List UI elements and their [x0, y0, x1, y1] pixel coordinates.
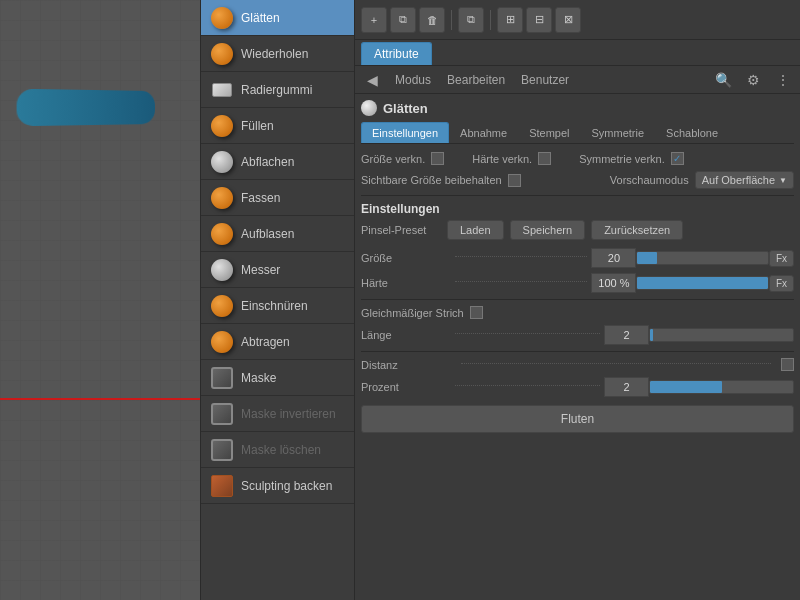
- tool-icon-abflachen: [209, 149, 235, 175]
- tool-icon-maske-invertieren: [209, 401, 235, 427]
- section-icon: [361, 100, 377, 116]
- checkboxes-row2: Sichtbare Größe beibehalten Vorschaumodu…: [361, 171, 794, 189]
- add-button[interactable]: +: [361, 7, 387, 33]
- 3d-object: [17, 89, 155, 126]
- tool-icon-maske: [209, 365, 235, 391]
- nav-benutzer[interactable]: Benutzer: [517, 71, 573, 89]
- tool-item-fuellen[interactable]: Füllen: [201, 108, 354, 144]
- haerte-slider-container: [636, 276, 768, 290]
- tool-item-einschnueren[interactable]: Einschnüren: [201, 288, 354, 324]
- groesse-label: Größe: [361, 252, 451, 264]
- groesse-input[interactable]: [591, 248, 636, 268]
- prozent-fill: [650, 381, 722, 393]
- duplicate-button[interactable]: ⧉: [390, 7, 416, 33]
- tool-label-fuellen: Füllen: [241, 119, 274, 133]
- tool-item-fassen[interactable]: Fassen: [201, 180, 354, 216]
- nav-bearbeiten[interactable]: Bearbeiten: [443, 71, 509, 89]
- einstellungen-label: Einstellungen: [361, 202, 794, 216]
- secondary-nav: ◀ Modus Bearbeiten Benutzer 🔍 ⚙ ⋮: [355, 66, 800, 94]
- divider1: [361, 195, 794, 196]
- sichtbare-label: Sichtbare Größe beibehalten: [361, 174, 502, 186]
- sub-tab-einstellungen[interactable]: Einstellungen: [361, 122, 449, 143]
- toolbar-separator2: [490, 10, 491, 30]
- haerte-row: Härte Fx: [361, 273, 794, 293]
- link-button[interactable]: ⧉: [458, 7, 484, 33]
- tool-label-radiergummi: Radiergummi: [241, 83, 312, 97]
- grid2-button[interactable]: ⊟: [526, 7, 552, 33]
- groesse-dotline: [455, 256, 587, 257]
- haerte-label: Härte: [361, 277, 451, 289]
- fluten-button[interactable]: Fluten: [361, 405, 794, 433]
- tool-label-wiederholen: Wiederholen: [241, 47, 308, 61]
- laenge-slider[interactable]: [649, 328, 794, 342]
- nav-more-icon[interactable]: ⋮: [772, 69, 794, 91]
- haerte-input[interactable]: [591, 273, 636, 293]
- sub-tab-symmetrie[interactable]: Symmetrie: [581, 122, 656, 143]
- vorschaumodus-value: Auf Oberfläche: [702, 174, 775, 186]
- prozent-row: Prozent: [361, 377, 794, 397]
- zuruecksetzen-button[interactable]: Zurücksetzen: [591, 220, 683, 240]
- tool-item-abtragen[interactable]: Abtragen: [201, 324, 354, 360]
- toolbar-separator: [451, 10, 452, 30]
- sub-tab-schablone[interactable]: Schablone: [655, 122, 729, 143]
- tool-item-wiederholen[interactable]: Wiederholen: [201, 36, 354, 72]
- nav-search-icon[interactable]: 🔍: [712, 69, 734, 91]
- nav-modus[interactable]: Modus: [391, 71, 435, 89]
- tool-item-aufblasen[interactable]: Aufblasen: [201, 216, 354, 252]
- symmetrie-verk-label: Symmetrie verkn.: [579, 153, 665, 165]
- distanz-row: Distanz: [361, 358, 794, 371]
- speichern-button[interactable]: Speichern: [510, 220, 586, 240]
- tool-label-maske: Maske: [241, 371, 276, 385]
- groesse-fill: [637, 252, 657, 264]
- tool-label-abtragen: Abtragen: [241, 335, 290, 349]
- pinsel-preset-row: Pinsel-Preset Laden Speichern Zurücksetz…: [361, 220, 794, 240]
- symmetrie-verk-checkbox[interactable]: [671, 152, 684, 165]
- haerte-slider[interactable]: [636, 276, 768, 290]
- groesse-slider-container: [636, 251, 768, 265]
- tool-item-sculpting-backen[interactable]: Sculpting backen: [201, 468, 354, 504]
- sub-tab-abnahme[interactable]: Abnahme: [449, 122, 518, 143]
- tool-item-maske-loeschen: Maske löschen: [201, 432, 354, 468]
- divider3: [361, 351, 794, 352]
- sub-tabs: EinstellungenAbnahmeStempelSymmetrieScha…: [361, 122, 794, 144]
- tool-item-abflachen[interactable]: Abflachen: [201, 144, 354, 180]
- haerte-verk-checkbox[interactable]: [538, 152, 551, 165]
- prozent-dotline: [455, 385, 600, 386]
- delete-button[interactable]: 🗑: [419, 7, 445, 33]
- haerte-fill: [637, 277, 767, 289]
- nav-settings-icon[interactable]: ⚙: [742, 69, 764, 91]
- groesse-slider[interactable]: [636, 251, 768, 265]
- laenge-row: Länge: [361, 325, 794, 345]
- prozent-slider[interactable]: [649, 380, 794, 394]
- tool-item-radiergummi[interactable]: Radiergummi: [201, 72, 354, 108]
- prozent-input[interactable]: [604, 377, 649, 397]
- vorschaumodus-dropdown[interactable]: Auf Oberfläche ▼: [695, 171, 794, 189]
- sub-tab-stempel[interactable]: Stempel: [518, 122, 580, 143]
- section-title: Glätten: [383, 101, 428, 116]
- tool-label-maske-invertieren: Maske invertieren: [241, 407, 336, 421]
- distanz-checkbox[interactable]: [781, 358, 794, 371]
- gleichmaessig-checkbox[interactable]: [470, 306, 483, 319]
- prozent-slider-container: [649, 380, 794, 394]
- haerte-fx-button[interactable]: Fx: [769, 275, 794, 292]
- attribute-tab[interactable]: Attribute: [361, 42, 432, 65]
- grid1-button[interactable]: ⊞: [497, 7, 523, 33]
- gleichmaessig-label: Gleichmäßiger Strich: [361, 307, 464, 319]
- groesse-verk-checkbox[interactable]: [431, 152, 444, 165]
- viewport: [0, 0, 200, 600]
- top-toolbar: + ⧉ 🗑 ⧉ ⊞ ⊟ ⊠: [355, 0, 800, 40]
- tool-item-maske[interactable]: Maske: [201, 360, 354, 396]
- laenge-fill: [650, 329, 653, 341]
- laenge-input[interactable]: [604, 325, 649, 345]
- tool-item-glatten[interactable]: Glätten: [201, 0, 354, 36]
- groesse-fx-button[interactable]: Fx: [769, 250, 794, 267]
- sichtbare-checkbox[interactable]: [508, 174, 521, 187]
- tool-label-glatten: Glätten: [241, 11, 280, 25]
- nav-arrow-left[interactable]: ◀: [361, 69, 383, 91]
- distanz-dotline: [461, 363, 771, 364]
- tool-item-messer[interactable]: Messer: [201, 252, 354, 288]
- laden-button[interactable]: Laden: [447, 220, 504, 240]
- grid3-button[interactable]: ⊠: [555, 7, 581, 33]
- right-panel: + ⧉ 🗑 ⧉ ⊞ ⊟ ⊠ Attribute ◀ Modus Bearbeit…: [355, 0, 800, 600]
- pinsel-preset-label: Pinsel-Preset: [361, 224, 441, 236]
